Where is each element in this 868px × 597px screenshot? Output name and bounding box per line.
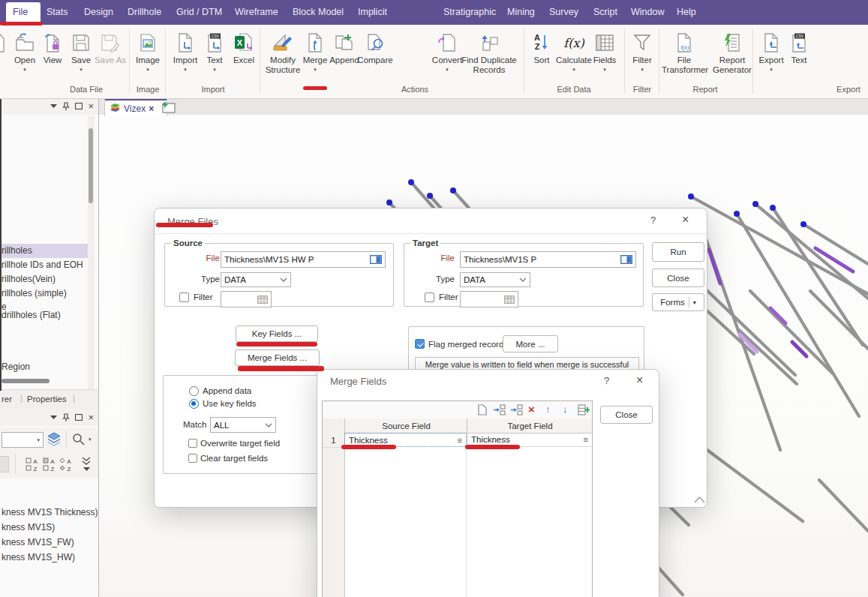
- text-import-button[interactable]: CSV Text ▾: [200, 30, 229, 72]
- scrollbar-thumb[interactable]: [89, 128, 93, 203]
- browse-file-icon[interactable]: [370, 255, 382, 264]
- browse-file-icon[interactable]: [620, 255, 632, 264]
- source-file-input[interactable]: Thickness\MV1S HW P: [221, 251, 386, 268]
- delete-record-icon[interactable]: ×: [528, 403, 535, 416]
- menu-design[interactable]: Design: [84, 7, 113, 17]
- help-button[interactable]: ?: [604, 375, 609, 386]
- menu-survey[interactable]: Survey: [549, 7, 578, 17]
- open-button[interactable]: Open ▾: [8, 30, 41, 72]
- merge-fields-button[interactable]: Merge Fields ...: [235, 350, 320, 366]
- import-button[interactable]: Import ▾: [168, 30, 203, 72]
- source-filter-input[interactable]: [221, 291, 272, 308]
- chevron-down-icon[interactable]: [50, 104, 57, 109]
- key-fields-button[interactable]: Key Fields ...: [236, 326, 318, 342]
- pin-icon[interactable]: [62, 102, 70, 110]
- source-type-select[interactable]: DATA: [221, 272, 291, 287]
- tab-properties[interactable]: Properties: [27, 394, 66, 404]
- target-filter-checkbox[interactable]: [425, 292, 434, 302]
- export-button[interactable]: Export ▾: [754, 30, 788, 72]
- sort-button[interactable]: AZ Sort: [528, 30, 555, 65]
- merge-button[interactable]: Merge ▾: [300, 30, 330, 72]
- menu-implicit[interactable]: Implicit: [358, 7, 387, 17]
- add-field-icon[interactable]: [578, 404, 590, 416]
- use-key-fields-radio[interactable]: [189, 399, 199, 409]
- text-export-button[interactable]: CSV Text: [785, 30, 813, 65]
- tree-item-drillholes-simple[interactable]: rillholes (simple): [2, 288, 67, 298]
- menu-stratigraphic[interactable]: Stratigraphic: [443, 7, 496, 17]
- target-filter-input[interactable]: [460, 291, 518, 308]
- append-data-radio[interactable]: [189, 386, 199, 396]
- report-generator-button[interactable]: Report Generator: [708, 30, 756, 74]
- double-chevron-down-icon[interactable]: [81, 457, 92, 466]
- overwrite-target-checkbox[interactable]: [188, 439, 197, 448]
- sort-by-priority-icon[interactable]: AZ: [59, 458, 74, 472]
- new-record-icon[interactable]: [477, 404, 487, 416]
- sort-by-type-icon[interactable]: AZ: [43, 458, 58, 472]
- search-icon[interactable]: [72, 433, 86, 446]
- source-filter-checkbox[interactable]: [179, 292, 189, 302]
- run-button[interactable]: Run: [652, 242, 704, 262]
- menu-drillhole[interactable]: Drillhole: [128, 7, 161, 17]
- display-item-mv1s[interactable]: kness MV1S): [2, 522, 55, 532]
- find-duplicate-records-button[interactable]: Find Duplicate Records: [460, 30, 518, 74]
- menu-block-model[interactable]: Block Model: [293, 7, 344, 17]
- view-button[interactable]: View: [38, 30, 68, 65]
- more-button[interactable]: More ...: [503, 335, 558, 352]
- forms-button[interactable]: Forms ▾: [652, 293, 704, 311]
- menu-wireframe[interactable]: Wireframe: [235, 7, 278, 17]
- sort-by-name-icon[interactable]: AZ: [26, 458, 41, 472]
- maximize-icon[interactable]: [75, 414, 83, 421]
- horizontal-scrollbar[interactable]: [2, 379, 50, 383]
- layers-icon[interactable]: [47, 432, 61, 446]
- display-item-mv1s-hw[interactable]: kness MV1S_HW): [2, 552, 75, 562]
- file-transformer-button[interactable]: f(x) File Transformer: [662, 30, 707, 74]
- expand-chevron-icon[interactable]: [693, 496, 706, 504]
- tab-explorer[interactable]: rer: [2, 394, 12, 404]
- image-button[interactable]: Image ▾: [131, 30, 165, 72]
- move-up-icon[interactable]: ↑: [545, 404, 551, 415]
- layer-combo[interactable]: ▾: [2, 432, 44, 448]
- filter-button[interactable]: Filter ▾: [627, 30, 657, 72]
- insert-record-after-icon[interactable]: [510, 404, 524, 416]
- tab-vizex[interactable]: Vizex ×: [104, 99, 167, 116]
- close-icon[interactable]: ×: [682, 214, 689, 226]
- clipped-tool-button[interactable]: [0, 456, 9, 472]
- fields-grid[interactable]: × ↑ ↓ Source Field Target Field 1 Thickn…: [322, 400, 593, 597]
- pin-icon[interactable]: [62, 413, 70, 422]
- maximize-icon[interactable]: [75, 103, 83, 110]
- menu-help[interactable]: Help: [677, 7, 696, 17]
- match-select[interactable]: ALL: [210, 417, 276, 433]
- tree-item-drillholes-vein[interactable]: rillholes(Vein): [2, 274, 56, 284]
- menu-mining[interactable]: Mining: [507, 7, 535, 17]
- menu-grid-dtm[interactable]: Grid / DTM: [176, 7, 222, 17]
- insert-record-before-icon[interactable]: [493, 404, 506, 416]
- chevron-down-icon[interactable]: [50, 416, 57, 420]
- chevron-down-icon[interactable]: [83, 467, 90, 472]
- fields-button[interactable]: Fields ▾: [589, 30, 620, 72]
- target-type-select[interactable]: DATA: [460, 272, 530, 287]
- close-button[interactable]: Close: [600, 406, 653, 424]
- display-item-thickness[interactable]: kness MV1S Thickness): [2, 507, 98, 518]
- chevron-down-icon[interactable]: ▾: [89, 436, 92, 442]
- close-icon[interactable]: ×: [636, 374, 643, 386]
- close-icon[interactable]: ×: [88, 412, 94, 422]
- menu-stats[interactable]: Stats: [47, 7, 68, 17]
- column-header-source[interactable]: Source Field: [344, 418, 467, 433]
- merge-fields-dialog[interactable]: Merge Fields ? × Close × ↑ ↓ Source Fiel…: [317, 369, 659, 597]
- tree-item-drillholes-flat[interactable]: drillholes (Flat): [2, 310, 61, 320]
- target-file-input[interactable]: Thickness\MV1S P: [460, 251, 636, 268]
- close-icon[interactable]: ×: [149, 104, 154, 114]
- display-item-mv1s-fw[interactable]: kness MV1S_FW): [2, 537, 74, 548]
- menu-script[interactable]: Script: [593, 7, 617, 17]
- new-tab-icon[interactable]: [161, 100, 176, 113]
- help-button[interactable]: ?: [650, 214, 656, 226]
- save-button[interactable]: Save ▾: [66, 30, 96, 72]
- tree-item-region[interactable]: Region: [2, 362, 30, 372]
- compare-button[interactable]: Compare: [354, 30, 396, 65]
- modify-structure-button[interactable]: Modify Structure: [261, 30, 305, 74]
- excel-button[interactable]: X Excel: [229, 30, 259, 65]
- field-picker-handle[interactable]: ≡: [584, 435, 588, 444]
- flag-merged-records-checkbox[interactable]: [415, 339, 425, 349]
- column-header-target[interactable]: Target Field: [467, 418, 593, 433]
- close-button[interactable]: Close: [652, 268, 704, 287]
